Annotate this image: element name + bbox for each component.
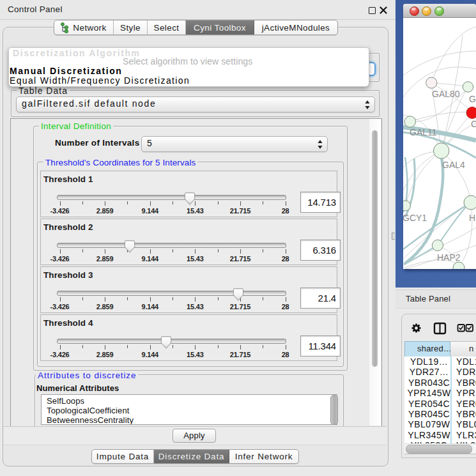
svg-text:C: C	[471, 119, 476, 129]
svg-text:G: G	[469, 94, 476, 104]
svg-text:GAL80: GAL80	[432, 89, 460, 99]
svg-text:H: H	[469, 213, 475, 223]
svg-text:GCY1: GCY1	[403, 213, 427, 223]
svg-text:GAL11: GAL11	[410, 127, 437, 137]
svg-text:HAP2: HAP2	[437, 252, 461, 263]
svg-text:GAL4: GAL4	[442, 160, 465, 170]
